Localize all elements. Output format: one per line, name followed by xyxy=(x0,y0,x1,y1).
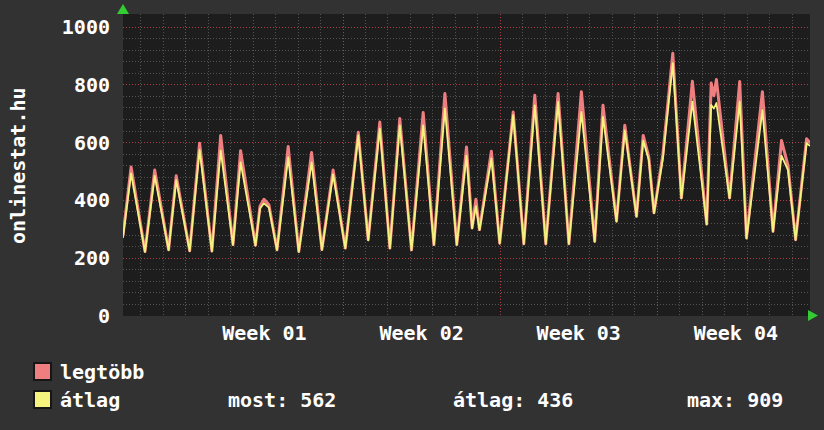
stat-max: max: 909 xyxy=(687,389,783,411)
stat-atlag: átlag: 436 xyxy=(453,389,573,411)
x-axis-arrow-icon xyxy=(808,309,820,322)
legend-swatch-legtobb xyxy=(33,362,52,381)
week-label: Week 02 xyxy=(362,321,482,345)
chart-canvas xyxy=(123,14,810,316)
y-tick-label: 200 xyxy=(0,246,110,270)
y-tick-label: 400 xyxy=(0,188,110,212)
legend-label-legtobb: legtöbb xyxy=(60,361,144,383)
y-tick-label: 0 xyxy=(0,304,110,328)
week-label: Week 03 xyxy=(519,321,639,345)
week-label: Week 01 xyxy=(204,321,324,345)
stat-most: most: 562 xyxy=(228,389,336,411)
legend-swatch-atlag xyxy=(33,390,52,409)
y-tick-label: 1000 xyxy=(0,15,110,39)
rrd-graph: onlinestat.hu 02004006008001000 Week 01W… xyxy=(0,0,824,430)
week-label: Week 04 xyxy=(676,321,796,345)
y-tick-label: 600 xyxy=(0,131,110,155)
y-tick-label: 800 xyxy=(0,73,110,97)
site-label: onlinestat.hu xyxy=(6,87,30,244)
legend-label-atlag: átlag xyxy=(60,389,120,411)
y-axis-arrow-icon xyxy=(116,4,130,15)
